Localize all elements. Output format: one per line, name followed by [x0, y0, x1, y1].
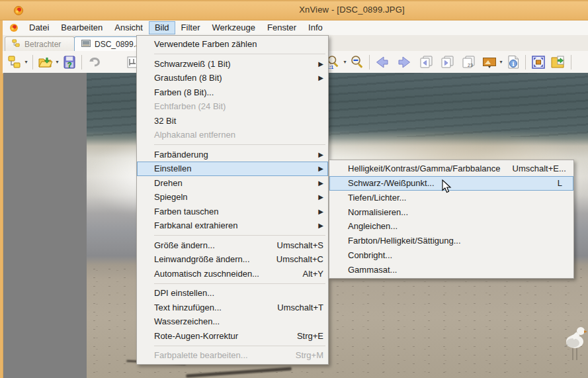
slideshow-dropdown-caret-icon[interactable]: ▾: [498, 59, 504, 65]
menu-item-automatisch-zuschneiden[interactable]: Automatisch zuschneiden... Alt+Y: [137, 267, 328, 281]
menubar-item-werkzeuge[interactable]: Werkzeuge: [206, 21, 261, 34]
menu-item-groesse-aendern[interactable]: Größe ändern... Umschalt+S: [137, 238, 328, 253]
last-image-button[interactable]: [438, 53, 456, 71]
browse-folder-button[interactable]: [550, 53, 567, 71]
seagull: [564, 316, 587, 371]
toolbar-separator: [81, 55, 82, 70]
submenu-arrow-icon: ▶: [315, 165, 323, 172]
svg-text:i: i: [512, 60, 515, 67]
menubar-item-filter[interactable]: Filter: [175, 21, 206, 34]
menu-item-spiegeln[interactable]: Spiegeln ▶: [137, 190, 328, 205]
menu-item-farben-8-bit[interactable]: Farben (8 Bit)...: [137, 85, 328, 100]
submenu-arrow-icon: ▶: [315, 74, 323, 81]
menu-bar: Datei Bearbeiten Ansicht Bild Filter Wer…: [3, 21, 588, 35]
slideshow-button[interactable]: [480, 53, 498, 71]
menubar-item-ansicht[interactable]: Ansicht: [108, 21, 149, 34]
menu-item-schwarzweiss-1-bit[interactable]: Schwarzweiß (1 Bit) ▶: [137, 57, 328, 71]
fullscreen-button[interactable]: [529, 53, 547, 71]
submenu-arrow-icon: ▶: [315, 222, 323, 229]
submenu-arrow-icon: ▶: [315, 208, 323, 215]
menu-item-wasserzeichen[interactable]: Wasserzeichen...: [137, 314, 328, 329]
zoom-dropdown-caret-icon[interactable]: ▾: [342, 59, 348, 65]
menu-separator: [137, 343, 328, 348]
submenu-item-conbright[interactable]: Conbright...: [329, 248, 573, 263]
menu-item-rote-augen-korrektur[interactable]: Rote-Augen-Korrektur Strg+E: [137, 329, 328, 344]
undo-button[interactable]: [85, 53, 103, 71]
browser-dropdown-caret-icon[interactable]: ▾: [23, 59, 29, 65]
menu-item-graustufen-8-bit[interactable]: Graustufen (8 Bit) ▶: [137, 71, 328, 85]
toolbar-separator: [32, 55, 33, 70]
menu-item-leinwandgroesse-aendern[interactable]: Leinwandgröße ändern... Umschalt+C: [137, 252, 328, 267]
image-info-button[interactable]: i: [504, 53, 522, 71]
open-file-button[interactable]: [36, 53, 54, 71]
submenu-arrow-icon: ▶: [315, 179, 323, 187]
window-title: XnView - [DSC_0899.JPG]: [0, 5, 588, 15]
submenu-arrow-icon: ▶: [315, 60, 323, 68]
toolbar-separator: [525, 55, 526, 70]
einstellen-submenu: Helligkeit/Kontrast/Gamma/Farbbalance Um…: [329, 160, 574, 279]
menu-item-farbaenderung[interactable]: Farbänderung ▶: [137, 148, 328, 162]
first-image-button[interactable]: [417, 53, 435, 71]
menubar-item-bearbeiten[interactable]: Bearbeiten: [55, 21, 108, 34]
toolbar-separator: [369, 55, 370, 70]
menu-item-text-hinzufuegen[interactable]: Text hinzufügen... Umschalt+T: [137, 301, 328, 315]
submenu-item-angleichen[interactable]: Angleichen...: [329, 219, 573, 234]
tab-betrachter[interactable]: Betrachter: [5, 36, 75, 51]
submenu-item-farbton-helligkeit-saettigung[interactable]: Farbton/Helligkeit/Sättigung...: [329, 234, 573, 248]
pages-badge: 23: [468, 62, 473, 67]
menubar-item-datei[interactable]: Datei: [23, 21, 55, 34]
next-image-button[interactable]: [395, 53, 413, 71]
previous-image-button[interactable]: [373, 53, 391, 71]
go-to-page-button[interactable]: 23: [459, 53, 477, 71]
menu-item-einstellen[interactable]: Einstellen ▶: [137, 162, 328, 176]
menu-item-farbpalette-bearbeiten: Farbpalette bearbeiten... Strg+M: [137, 348, 328, 363]
menu-separator: [137, 52, 328, 57]
menu-item-verwendete-farben-zaehlen[interactable]: Verwendete Farben zählen: [137, 37, 328, 52]
xnview-menubar-logo-icon: [9, 23, 19, 33]
menu-separator: [137, 142, 328, 148]
zoom-out-button[interactable]: [348, 53, 366, 71]
menu-item-farben-tauschen[interactable]: Farben tauschen ▶: [137, 205, 328, 219]
submenu-item-normalisieren[interactable]: Normalisieren...: [329, 205, 573, 219]
menu-item-drehen[interactable]: Drehen ▶: [137, 176, 328, 191]
menu-item-farbkanal-extrahieren[interactable]: Farbkanal extrahieren ▶: [137, 218, 328, 233]
menubar-item-fenster[interactable]: Fenster: [261, 21, 302, 34]
open-dropdown-caret-icon[interactable]: ▾: [54, 59, 60, 65]
svg-text:?: ?: [67, 61, 71, 69]
menu-item-dpi-einstellen[interactable]: DPI einstellen...: [137, 286, 328, 301]
submenu-item-gammasat[interactable]: Gammasat...: [329, 262, 573, 277]
viewer-background: [3, 73, 87, 378]
submenu-arrow-icon: ▶: [315, 193, 323, 201]
submenu-item-helligkeit-kontrast-gamma-farbbalance[interactable]: Helligkeit/Kontrast/Gamma/Farbbalance Um…: [329, 162, 573, 176]
menu-separator: [137, 281, 328, 286]
save-button[interactable]: ?: [60, 53, 78, 71]
submenu-arrow-icon: ▶: [315, 151, 323, 158]
toolbar-separator: [571, 55, 571, 70]
browser-tree-icon: [12, 39, 21, 50]
menubar-item-bild[interactable]: Bild: [149, 21, 175, 34]
menu-item-echtfarben-24-bit: Echtfarben (24 Bit): [137, 99, 328, 114]
menu-separator: [137, 233, 328, 238]
menubar-item-info[interactable]: Info: [302, 21, 329, 34]
menu-item-alphakanal-entfernen: Alphakanal entfernen: [137, 128, 328, 142]
title-bar[interactable]: XnView - [DSC_0899.JPG]: [0, 0, 588, 21]
tab-betrachter-label: Betrachter: [24, 40, 61, 49]
bild-menu: Verwendete Farben zählen Schwarzweiß (1 …: [136, 35, 329, 365]
image-thumbnail-icon: [81, 40, 91, 49]
menu-item-32-bit[interactable]: 32 Bit: [137, 114, 328, 128]
mouse-cursor: [442, 179, 452, 197]
browser-button[interactable]: [5, 53, 23, 71]
